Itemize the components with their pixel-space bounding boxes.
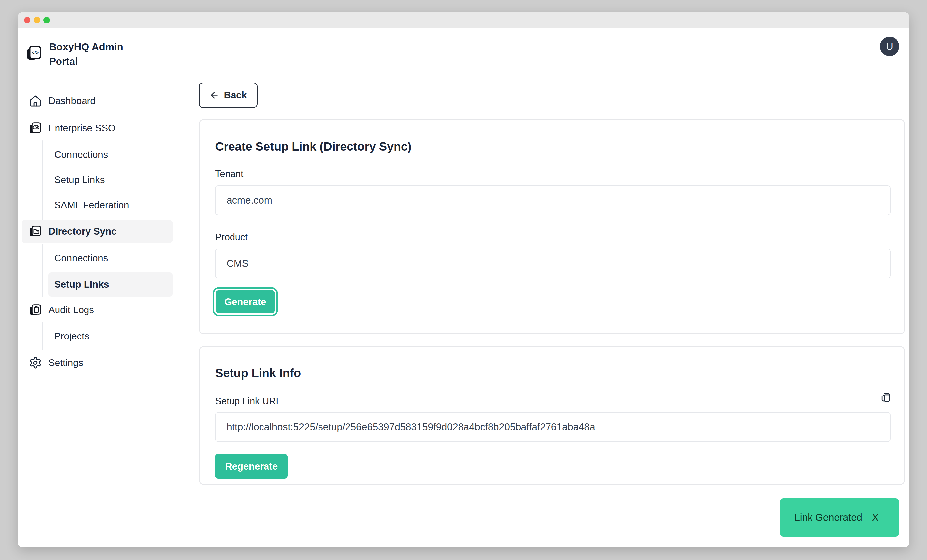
- toast-link-generated: Link Generated X: [780, 498, 900, 537]
- sidebar: </> BoxyHQ Admin Portal Dashboard: [18, 28, 178, 547]
- sidebar-item-projects[interactable]: Projects: [48, 324, 173, 349]
- create-setup-link-card: Create Setup Link (Directory Sync) Tenan…: [199, 119, 905, 334]
- setup-link-url-input[interactable]: [215, 412, 891, 442]
- sidebar-item-sso-setup-links[interactable]: Setup Links: [48, 167, 173, 192]
- main-content: U Back Create Setup Link (Directory Sync…: [178, 28, 909, 547]
- sidebar-item-label: Audit Logs: [48, 305, 94, 316]
- sidebar-item-label: Connections: [54, 149, 108, 160]
- svg-text:</>: </>: [32, 50, 39, 55]
- setup-link-url-label: Setup Link URL: [215, 396, 281, 407]
- avatar-initial: U: [886, 41, 893, 52]
- back-button-label: Back: [224, 90, 247, 100]
- maximize-window-button[interactable]: [43, 17, 50, 23]
- sidebar-item-label: Directory Sync: [48, 226, 117, 237]
- sidebar-item-label: Enterprise SSO: [48, 123, 115, 134]
- sidebar-item-label: Connections: [54, 253, 108, 264]
- sidebar-item-label: Dashboard: [48, 96, 96, 106]
- product-input[interactable]: [215, 249, 891, 278]
- sidebar-item-sso-connections[interactable]: Connections: [48, 142, 173, 167]
- sidebar-item-ds-setup-links[interactable]: Setup Links: [48, 272, 173, 297]
- app-window: </> BoxyHQ Admin Portal Dashboard: [18, 12, 909, 547]
- subnav-line: [42, 244, 43, 297]
- sidebar-item-audit-logs[interactable]: Audit Logs: [21, 298, 173, 322]
- sidebar-item-label: Projects: [54, 331, 89, 342]
- sidebar-item-settings[interactable]: Settings: [21, 351, 173, 375]
- app-title: BoxyHQ Admin Portal: [49, 39, 128, 69]
- toast-message: Link Generated: [795, 512, 862, 523]
- close-window-button[interactable]: [24, 17, 30, 23]
- back-button[interactable]: Back: [199, 82, 258, 108]
- enterprise-sso-icon: [29, 121, 42, 135]
- sidebar-item-label: SAML Federation: [54, 200, 129, 211]
- product-label: Product: [215, 232, 248, 243]
- audit-logs-icon: [29, 304, 42, 316]
- avatar[interactable]: U: [880, 37, 899, 56]
- directory-sync-icon: [29, 225, 42, 238]
- card-title: Setup Link Info: [215, 366, 301, 380]
- window-titlebar: [18, 12, 909, 28]
- setup-link-info-card: Setup Link Info Setup Link URL Regenerat…: [199, 346, 905, 485]
- sidebar-item-label: Settings: [48, 357, 83, 368]
- card-title: Create Setup Link (Directory Sync): [215, 140, 412, 153]
- home-icon: [29, 94, 42, 107]
- gear-icon: [29, 356, 42, 369]
- sidebar-item-saml-federation[interactable]: SAML Federation: [48, 193, 173, 217]
- toast-close-button[interactable]: X: [872, 512, 879, 523]
- sidebar-item-label: Setup Links: [54, 279, 109, 290]
- boxyhq-logo-icon: </>: [26, 45, 42, 61]
- sidebar-item-enterprise-sso[interactable]: Enterprise SSO: [21, 116, 173, 140]
- copy-button[interactable]: [880, 392, 892, 404]
- top-bar: U: [178, 28, 909, 66]
- regenerate-button[interactable]: Regenerate: [215, 454, 287, 479]
- arrow-left-icon: [210, 90, 219, 100]
- subnav-line: [42, 322, 43, 351]
- sidebar-item-directory-sync[interactable]: Directory Sync: [21, 220, 173, 243]
- generate-button[interactable]: Generate: [216, 290, 275, 313]
- copy-icon: [880, 392, 891, 403]
- sidebar-item-dashboard[interactable]: Dashboard: [21, 89, 173, 113]
- minimize-window-button[interactable]: [34, 17, 40, 23]
- sidebar-item-label: Setup Links: [54, 175, 105, 185]
- subnav-line: [42, 141, 43, 220]
- tenant-input[interactable]: [215, 185, 891, 215]
- tenant-label: Tenant: [215, 169, 243, 179]
- sidebar-item-ds-connections[interactable]: Connections: [48, 246, 173, 270]
